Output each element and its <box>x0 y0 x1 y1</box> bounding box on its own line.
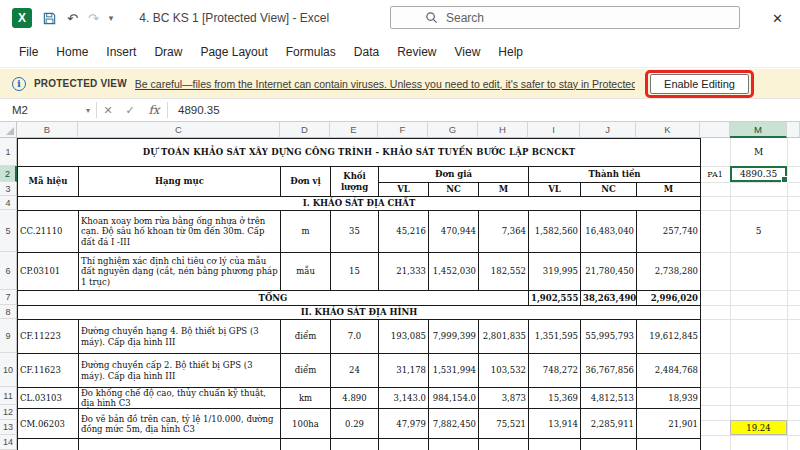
qty-cell[interactable]: 7.0 <box>331 320 379 354</box>
col-header-f[interactable]: F <box>378 122 428 138</box>
amount-cell[interactable]: 31,178 <box>379 354 429 388</box>
row-header-1[interactable]: 1 <box>0 138 17 166</box>
header-cell[interactable]: Mã hiệu <box>18 167 79 197</box>
enter-icon[interactable]: ✓ <box>119 104 141 117</box>
item-code-cell[interactable]: CF.11623 <box>18 354 79 388</box>
amount-cell[interactable]: 4,812,513 <box>581 388 637 409</box>
header-cell[interactable]: NC <box>581 183 637 197</box>
amount-cell[interactable]: 2,285,911 <box>581 409 637 439</box>
total-amount-cell[interactable]: 38,263,490 <box>581 291 637 306</box>
item-desc-cell[interactable]: Đường chuyền cấp 2. Bộ thiết bị GPS (3 m… <box>79 354 281 388</box>
row-header-10[interactable]: 10 <box>0 353 17 387</box>
col-header-b[interactable]: B <box>17 122 78 138</box>
close-button[interactable]: ✕ <box>755 0 800 36</box>
amount-cell[interactable]: 182,552 <box>479 253 529 291</box>
section-cell[interactable]: II. KHẢO SÁT ĐỊA HÌNH <box>18 306 701 320</box>
total-label-cell[interactable]: TỔNG <box>18 291 529 306</box>
amount-cell[interactable]: 7,364 <box>479 211 529 253</box>
amount-cell[interactable]: 21,780,450 <box>581 253 637 291</box>
name-box[interactable]: M2 ▾ <box>0 99 96 121</box>
amount-cell[interactable]: 1,582,560 <box>529 211 581 253</box>
header-cell[interactable]: VL <box>379 183 429 197</box>
amount-cell[interactable]: 3,873 <box>479 388 529 409</box>
amount-cell[interactable]: 1,452,030 <box>429 253 479 291</box>
insert-function-icon[interactable]: fx <box>141 103 167 117</box>
amount-cell[interactable]: 55,995,793 <box>581 320 637 354</box>
tab-insert[interactable]: Insert <box>97 36 145 68</box>
amount-cell[interactable]: 36,767,856 <box>581 354 637 388</box>
amount-cell[interactable]: 21,333 <box>379 253 429 291</box>
select-all-corner[interactable] <box>0 122 17 138</box>
header-cell[interactable]: Thành tiền <box>529 167 701 183</box>
col-header-k[interactable]: K <box>636 122 700 138</box>
amount-cell[interactable]: 16,483,040 <box>581 211 637 253</box>
tab-review[interactable]: Review <box>388 36 445 68</box>
item-desc-cell[interactable]: Đo khống chế độ cao, thủy chuẩn kỹ thuật… <box>79 388 281 409</box>
amount-cell[interactable]: 257,740 <box>637 211 701 253</box>
qty-cell[interactable]: 24 <box>331 354 379 388</box>
amount-cell[interactable]: 748,272 <box>529 354 581 388</box>
amount-cell[interactable]: 2,484,768 <box>637 354 701 388</box>
item-desc-cell[interactable]: Thí nghiệm xác định chỉ tiêu cơ lý của m… <box>79 253 281 291</box>
unit-cell[interactable]: km <box>281 388 331 409</box>
amount-cell[interactable]: 15,369 <box>529 388 581 409</box>
tab-draw[interactable]: Draw <box>145 36 191 68</box>
item-desc-cell[interactable]: Đường chuyền hạng 4. Bộ thiết bị GPS (3 … <box>79 320 281 354</box>
header-cell[interactable]: NC <box>429 183 479 197</box>
empty-cell[interactable] <box>637 439 701 450</box>
amount-cell[interactable]: 2,738,280 <box>637 253 701 291</box>
undo-icon[interactable]: ↶ <box>67 11 78 26</box>
row-header-12[interactable]: 12 <box>0 405 17 420</box>
row-header-3[interactable]: 3 <box>0 182 17 196</box>
amount-cell[interactable]: 18,939 <box>637 388 701 409</box>
sheet-title-cell[interactable]: DỰ TOÁN KHẢO SÁT XÂY DỰNG CÔNG TRÌNH - K… <box>18 139 701 167</box>
col-header-j[interactable]: J <box>580 122 636 138</box>
qty-cell[interactable]: 15 <box>331 253 379 291</box>
qty-cell[interactable]: 0.29 <box>331 409 379 439</box>
amount-cell[interactable]: 75,521 <box>479 409 529 439</box>
row-header-6[interactable]: 6 <box>0 252 17 290</box>
total-amount-cell[interactable]: 1,902,555 <box>529 291 581 306</box>
col-header-e[interactable]: E <box>330 122 378 138</box>
item-desc-cell[interactable]: Khoan xoay bơm rửa bằng ống nhựa ở trên … <box>79 211 281 253</box>
col-header-i[interactable]: I <box>528 122 580 138</box>
highlighted-cell-M13[interactable]: 19.24 <box>730 420 787 435</box>
col-header-m[interactable]: M <box>730 122 787 138</box>
tab-formulas[interactable]: Formulas <box>277 36 345 68</box>
empty-cell[interactable] <box>429 439 479 450</box>
header-cell[interactable]: Đơn vị <box>281 167 331 197</box>
customize-qat-icon[interactable]: ▾ <box>109 13 114 23</box>
cancel-icon[interactable]: ✕ <box>97 104 119 117</box>
tab-help[interactable]: Help <box>489 36 532 68</box>
col-header-g[interactable]: G <box>428 122 478 138</box>
total-amount-cell[interactable]: 2,996,020 <box>637 291 701 306</box>
col-header-c[interactable]: C <box>78 122 280 138</box>
amount-cell[interactable]: 984,154.0 <box>429 388 479 409</box>
cell-M1[interactable]: M <box>730 138 787 166</box>
amount-cell[interactable]: 13,914 <box>529 409 581 439</box>
tab-home[interactable]: Home <box>47 36 97 68</box>
row-header-7[interactable]: 7 <box>0 290 17 305</box>
item-code-cell[interactable]: CF.11223 <box>18 320 79 354</box>
amount-cell[interactable]: 470,944 <box>429 211 479 253</box>
cell-L2[interactable]: PA1 <box>700 166 730 182</box>
selected-cell-M2[interactable]: 4890.35 <box>730 166 787 182</box>
save-icon[interactable] <box>42 11 57 26</box>
header-cell[interactable]: Khối lượng <box>331 167 379 197</box>
amount-cell[interactable]: 319,995 <box>529 253 581 291</box>
qty-cell[interactable]: 4.890 <box>331 388 379 409</box>
amount-cell[interactable]: 19,612,845 <box>637 320 701 354</box>
unit-cell[interactable]: điểm <box>281 354 331 388</box>
empty-cell[interactable] <box>281 439 331 450</box>
row-header-8[interactable]: 8 <box>0 305 17 319</box>
unit-cell[interactable]: m <box>281 211 331 253</box>
cell-M5[interactable]: 5 <box>730 210 787 252</box>
amount-cell[interactable]: 193,085 <box>379 320 429 354</box>
item-desc-cell[interactable]: Đo vẽ bản đồ trên cạn, tỷ lệ 1/10.000, đ… <box>79 409 281 439</box>
header-cell[interactable]: M <box>479 183 529 197</box>
tab-page-layout[interactable]: Page Layout <box>191 36 276 68</box>
item-code-cell[interactable]: CP.03101 <box>18 253 79 291</box>
row-header-11[interactable]: 11 <box>0 387 17 405</box>
unit-cell[interactable]: mẫu <box>281 253 331 291</box>
amount-cell[interactable]: 7,999,399 <box>429 320 479 354</box>
